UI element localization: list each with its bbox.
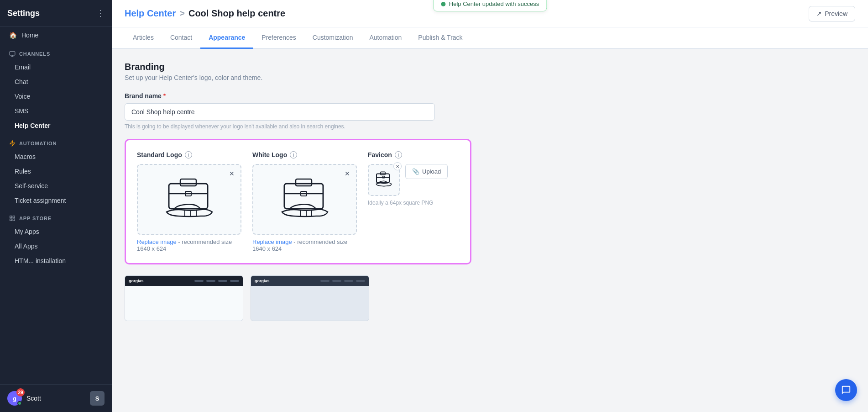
branding-title: Branding [125, 62, 855, 72]
notification-badge: 29 [16, 388, 25, 396]
email-label: Email [15, 63, 31, 71]
tab-articles[interactable]: Articles [125, 27, 162, 49]
tab-appearance[interactable]: Appearance [200, 27, 253, 49]
main-content: Help Center > Cool Shop help centre ↗ Pr… [112, 0, 868, 412]
svg-rect-7 [13, 219, 15, 221]
svg-rect-9 [180, 179, 196, 186]
brand-name-label: Brand name * [125, 92, 855, 100]
preview-icon: ↗ [816, 10, 822, 17]
user-avatar[interactable]: g 29 [7, 391, 22, 406]
sidebar-footer: g 29 Scott S [0, 384, 112, 412]
white-logo-info-icon[interactable]: i [290, 151, 297, 158]
standard-logo-close-button[interactable]: ✕ [227, 169, 237, 179]
automation-icon [9, 140, 16, 147]
success-icon [441, 2, 445, 6]
topbar-wrapper: Help Center > Cool Shop help centre ↗ Pr… [112, 0, 868, 27]
tab-publish-track[interactable]: Publish & Track [410, 27, 471, 49]
svg-marker-3 [10, 141, 15, 146]
standard-logo-title: Standard Logo i [137, 151, 241, 158]
tab-contact[interactable]: Contact [162, 27, 200, 49]
white-logo-upload-box[interactable]: ✕ [252, 164, 357, 235]
sidebar-item-sms[interactable]: SMS [0, 104, 112, 118]
chat-label: Chat [15, 78, 28, 85]
favicon-hint: Ideally a 64px square PNG [368, 200, 459, 206]
required-indicator: * [163, 92, 166, 100]
preview-logo-dark: gorgias [129, 279, 144, 283]
svg-rect-4 [10, 216, 12, 218]
preview-logo-light: gorgias [255, 279, 270, 283]
favicon-title: Favicon i [368, 151, 459, 158]
favicon-svg [375, 171, 393, 189]
sidebar-item-rules[interactable]: Rules [0, 164, 112, 179]
sidebar-item-help-center[interactable]: Help Center [0, 118, 112, 133]
white-logo-title: White Logo i [252, 151, 357, 158]
voice-label: Voice [15, 93, 30, 100]
white-logo-replace: Replace image - recommended size 1640 x … [252, 238, 357, 252]
standard-logo-replace: Replace image - recommended size 1640 x … [137, 238, 241, 252]
online-indicator [17, 401, 22, 406]
standard-logo-upload-box[interactable]: ✕ [137, 164, 241, 235]
favicon-close-button[interactable]: ✕ [393, 162, 402, 170]
favicon-image-box: ✕ [368, 164, 400, 196]
sidebar-header: Settings ⋮ [0, 0, 112, 27]
tab-automation[interactable]: Automation [361, 27, 410, 49]
favicon-info-icon[interactable]: i [395, 151, 402, 158]
favicon-preview-area: ✕ 📎 Upload [368, 164, 459, 196]
breadcrumb-separator: > [179, 8, 185, 19]
sidebar-item-macros[interactable]: Macros [0, 149, 112, 164]
preview-thumb-light: gorgias [125, 275, 243, 321]
success-toast: Help Center updated with success [433, 0, 547, 11]
sidebar-item-all-apps[interactable]: All Apps [0, 239, 112, 254]
tab-customization[interactable]: Customization [304, 27, 361, 49]
white-logo-close-button[interactable]: ✕ [342, 169, 352, 179]
channels-icon [9, 51, 16, 57]
svg-rect-6 [10, 219, 12, 221]
chat-support-button[interactable] [835, 379, 857, 401]
sidebar-section-appstore: APP STORE [0, 208, 112, 224]
preview-thumb-dark: gorgias [251, 275, 369, 321]
standard-logo-card: Standard Logo i ✕ [137, 151, 241, 252]
success-message: Help Center updated with success [449, 0, 539, 7]
user-initial-btn[interactable]: S [90, 391, 105, 406]
sidebar-menu-icon[interactable]: ⋮ [96, 8, 105, 18]
preview-label: Preview [825, 10, 847, 17]
preview-button[interactable]: ↗ Preview [809, 6, 855, 21]
white-logo-svg [275, 174, 335, 225]
page-body: Branding Set up your Help Center's logo,… [112, 49, 868, 412]
upload-label: Upload [422, 168, 441, 175]
chat-support-icon [841, 385, 851, 395]
svg-rect-5 [13, 216, 15, 218]
branding-subtitle: Set up your Help Center's logo, color an… [125, 74, 855, 81]
standard-logo-info-icon[interactable]: i [185, 151, 192, 158]
preview-row: gorgias gorgias [125, 275, 855, 321]
sidebar: Settings ⋮ 🏠 Home CHANNELS Email Chat Vo… [0, 0, 112, 412]
sidebar-item-html-customization[interactable]: HTM... installation [0, 254, 112, 268]
favicon-card: Favicon i ✕ [368, 151, 459, 252]
logo-panel: Standard Logo i ✕ [125, 139, 471, 264]
svg-rect-16 [296, 179, 312, 186]
svg-rect-0 [10, 52, 15, 55]
white-logo-card: White Logo i ✕ [252, 151, 357, 252]
sidebar-item-my-apps[interactable]: My Apps [0, 224, 112, 239]
sms-label: SMS [15, 107, 28, 115]
breadcrumb-link[interactable]: Help Center [125, 8, 176, 19]
home-icon: 🏠 [9, 32, 17, 39]
breadcrumb-current: Cool Shop help centre [188, 8, 285, 19]
brand-name-input[interactable] [125, 103, 435, 121]
sidebar-item-ticket-assignment[interactable]: Ticket assignment [0, 193, 112, 208]
upload-icon: 📎 [412, 168, 419, 175]
sidebar-item-self-service[interactable]: Self-service [0, 179, 112, 193]
sidebar-item-voice[interactable]: Voice [0, 89, 112, 104]
sidebar-item-chat[interactable]: Chat [0, 74, 112, 89]
standard-logo-image [138, 165, 241, 234]
avatar-letter: g [13, 395, 16, 402]
standard-logo-replace-link[interactable]: Replace image [137, 238, 177, 245]
sidebar-item-home[interactable]: 🏠 Home [0, 27, 112, 43]
sidebar-section-channels: CHANNELS [0, 43, 112, 60]
standard-logo-svg [160, 174, 219, 225]
user-name: Scott [26, 395, 41, 402]
tab-preferences[interactable]: Preferences [253, 27, 304, 49]
favicon-upload-button[interactable]: 📎 Upload [405, 164, 448, 179]
white-logo-replace-link[interactable]: Replace image [252, 238, 292, 245]
sidebar-item-email[interactable]: Email [0, 60, 112, 74]
